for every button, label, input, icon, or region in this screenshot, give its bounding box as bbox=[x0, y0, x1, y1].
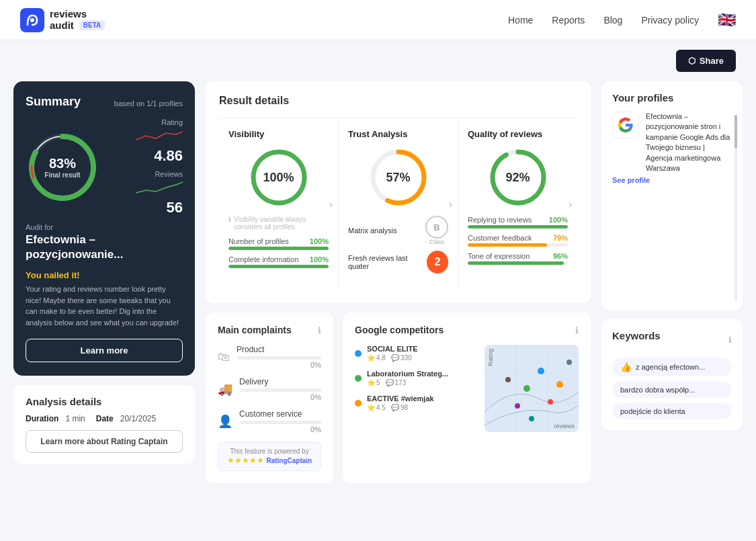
powered-by: This feature is powered by ★★★★★ RatingC… bbox=[218, 442, 321, 471]
language-flag[interactable]: 🇬🇧 bbox=[718, 11, 736, 29]
visibility-circle: 100% bbox=[249, 147, 309, 208]
middle-column: Result details Visibility 100% bbox=[206, 81, 591, 483]
product-label: Product bbox=[237, 345, 321, 354]
keyword-tag-1: 👍 z agencją efectown... bbox=[612, 358, 732, 376]
profiles-metric-fill bbox=[228, 247, 329, 250]
customer-service-label: Customer service bbox=[239, 409, 321, 419]
keyword-text-2: bardzo dobra współp... bbox=[620, 386, 695, 394]
final-pct: 83% bbox=[44, 156, 80, 171]
tone-fill bbox=[468, 261, 564, 265]
product-icon: 🛍 bbox=[218, 350, 230, 364]
competitors-info-icon[interactable]: ℹ bbox=[575, 325, 579, 335]
competitor-3: EACTIVE #wiemjak ⭐ 4.5 💬 98 bbox=[355, 394, 476, 411]
quality-column: Quality of reviews 92% › bbox=[458, 118, 577, 290]
complaints-card: Main complaints ℹ 🛍 Product 0% 🚚 bbox=[206, 313, 333, 483]
delivery-pct: 0% bbox=[239, 393, 321, 401]
visibility-next-arrow[interactable]: › bbox=[329, 198, 333, 210]
nav-blog[interactable]: Blog bbox=[603, 15, 622, 26]
main-nav: Home Reports Blog Privacy policy 🇬🇧 bbox=[508, 11, 736, 29]
rating-value: 4.86 bbox=[136, 147, 183, 165]
audit-for: Audit for bbox=[26, 223, 183, 231]
final-result-donut: 83% Final result bbox=[26, 130, 99, 204]
reviews-block: Reviews 56 bbox=[136, 170, 183, 216]
learn-more-button[interactable]: Learn more bbox=[26, 339, 183, 362]
svg-point-15 bbox=[538, 368, 544, 374]
nav-home[interactable]: Home bbox=[508, 15, 533, 26]
reply-metric: Replying to reviews 100% bbox=[468, 216, 568, 228]
nailed-text: Your rating and reviews number look pret… bbox=[26, 284, 183, 328]
reviews-label: Reviews bbox=[136, 170, 183, 178]
date-label: Date 20/1/2025 bbox=[96, 414, 156, 423]
analysis-card: Analysis details Duration 1 min Date 20/… bbox=[13, 385, 195, 464]
main-content: Summary based on 1/1 profiles 83% Final … bbox=[0, 72, 756, 497]
google-icon bbox=[612, 112, 639, 138]
beta-badge: BETA bbox=[79, 20, 105, 30]
trust-next-arrow[interactable]: › bbox=[449, 198, 452, 210]
complaint-delivery: 🚚 Delivery 0% bbox=[218, 377, 321, 401]
comp-rating-3: ⭐ 4.5 bbox=[367, 404, 386, 411]
matrix-label: Matrix analysis bbox=[348, 226, 397, 235]
duration-value: 1 min bbox=[65, 414, 85, 423]
nailed-label: You nailed it! bbox=[26, 270, 183, 280]
competitors-card: Google competitors ℹ SOCIAL ELITE ⭐ 4.8 … bbox=[343, 313, 591, 483]
comp-dot-2 bbox=[355, 375, 362, 382]
duration-label: Duration 1 min bbox=[26, 414, 85, 423]
nav-reports[interactable]: Reports bbox=[552, 15, 585, 26]
svg-point-22 bbox=[566, 360, 572, 365]
profiles-title: Your profiles bbox=[612, 92, 732, 103]
profiles-scroll-thumb bbox=[734, 115, 737, 149]
analysis-title: Analysis details bbox=[26, 396, 183, 407]
matrix-badge-letter: B bbox=[433, 222, 439, 233]
complaints-header: Main complaints ℹ bbox=[218, 325, 321, 335]
duration-label-text: Duration bbox=[26, 414, 58, 423]
competitor-map: reviews Rating bbox=[485, 345, 579, 432]
share-bar: ⬡ Share bbox=[0, 40, 756, 72]
see-profile-link[interactable]: See profile bbox=[612, 176, 732, 184]
map-y-label: Rating bbox=[487, 349, 494, 366]
learn-captain-button[interactable]: Learn more about Rating Captain bbox=[26, 430, 183, 453]
feedback-metric: Customer feedback 79% bbox=[468, 234, 568, 247]
profile-name-1: Efectownia – pozycjonowanie stron i kamp… bbox=[646, 112, 732, 173]
rating-label: Rating bbox=[136, 118, 183, 126]
complaints-info-icon[interactable]: ℹ bbox=[318, 325, 321, 335]
competitor-2: Laboratorium Strateg... ⭐ 5 💬 173 bbox=[355, 370, 476, 386]
final-label: Final result bbox=[44, 171, 80, 179]
share-button[interactable]: ⬡ Share bbox=[676, 50, 736, 72]
comp-rating-2: ⭐ 5 bbox=[367, 379, 380, 386]
delivery-label: Delivery bbox=[239, 377, 321, 386]
powered-text: This feature is powered by bbox=[226, 448, 312, 455]
reviews-value: 56 bbox=[136, 199, 183, 216]
keywords-title: Keywords bbox=[612, 330, 661, 341]
tone-metric: Tone of expression 96% bbox=[468, 252, 568, 265]
summary-title: Summary bbox=[26, 95, 81, 109]
comp-dot-1 bbox=[355, 350, 362, 357]
complaint-product: 🛍 Product 0% bbox=[218, 345, 321, 369]
svg-point-18 bbox=[515, 403, 520, 409]
keywords-info-icon[interactable]: ℹ bbox=[728, 335, 732, 345]
fresh-row: Fresh reviews last quater 2 bbox=[348, 251, 448, 274]
customer-service-icon: 👤 bbox=[218, 414, 233, 429]
thumb-icon-1: 👍 bbox=[620, 362, 632, 372]
nav-privacy[interactable]: Privacy policy bbox=[641, 15, 699, 26]
result-columns: Visibility 100% › ℹ Visibilit bbox=[219, 118, 577, 290]
reply-fill bbox=[468, 225, 568, 228]
info-metric-pct: 100% bbox=[310, 255, 329, 263]
left-panel: Summary based on 1/1 profiles 83% Final … bbox=[13, 81, 195, 483]
competitors-header: Google competitors ℹ bbox=[355, 325, 579, 335]
matrix-class: Class bbox=[429, 239, 445, 245]
reviews-sparkline bbox=[136, 178, 183, 197]
header: reviews audit BETA Home Reports Blog Pri… bbox=[0, 0, 756, 40]
comp-name-1: SOCIAL ELITE bbox=[367, 345, 418, 353]
keyword-tags: 👍 z agencją efectown... bardzo dobra wsp… bbox=[612, 358, 732, 419]
trust-circle: 57% bbox=[368, 147, 429, 208]
svg-point-19 bbox=[548, 399, 553, 405]
comp-dot-3 bbox=[355, 400, 362, 407]
customer-service-pct: 0% bbox=[239, 425, 321, 433]
reply-pct: 100% bbox=[549, 216, 568, 224]
profiles-scrollbar[interactable] bbox=[734, 115, 737, 302]
competitors-inner: SOCIAL ELITE ⭐ 4.8 💬 330 Laboratorium St… bbox=[355, 345, 579, 432]
quality-next-arrow[interactable]: › bbox=[569, 198, 572, 210]
feedback-pct: 79% bbox=[553, 234, 568, 242]
info-metric: Complete information 100% bbox=[228, 255, 329, 268]
competitor-1: SOCIAL ELITE ⭐ 4.8 💬 330 bbox=[355, 345, 476, 362]
